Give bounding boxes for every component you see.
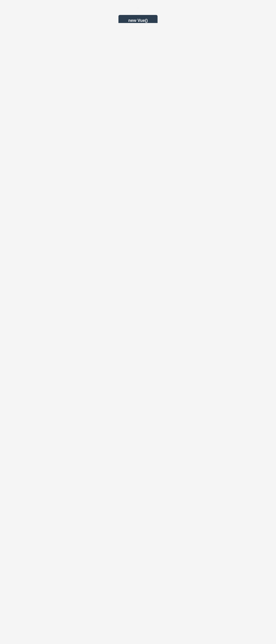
new-vue-label: new Vue() [128,18,148,23]
new-vue-node: new Vue() [118,15,158,23]
lifecycle-diagram: new Vue() beforeCreate Observe Data Init… [62,4,214,18]
